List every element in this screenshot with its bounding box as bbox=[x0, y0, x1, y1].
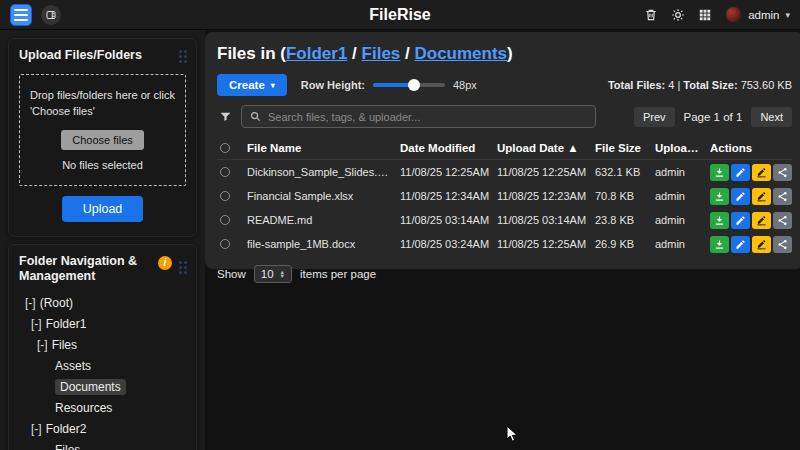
next-page-button[interactable]: Next bbox=[751, 107, 792, 127]
rename-button[interactable] bbox=[752, 188, 771, 205]
folder-card: Folder Navigation & Management i [-] (Ro… bbox=[8, 244, 197, 450]
column-date-modified[interactable]: Date Modified bbox=[400, 142, 497, 154]
breadcrumb-link-files[interactable]: Files bbox=[362, 44, 401, 63]
download-button[interactable] bbox=[710, 188, 729, 205]
upload-dropzone[interactable]: Drop files/folders here or click 'Choose… bbox=[19, 74, 186, 186]
tree-label[interactable]: Documents bbox=[55, 379, 126, 395]
download-icon bbox=[714, 191, 725, 202]
menu-button[interactable] bbox=[10, 4, 32, 26]
rename-button[interactable] bbox=[752, 164, 771, 181]
totals-divider: | bbox=[677, 79, 680, 91]
download-button[interactable] bbox=[710, 236, 729, 253]
folder-card-title: Folder Navigation & Management bbox=[19, 254, 149, 285]
drag-handle-icon[interactable] bbox=[179, 50, 182, 53]
user-menu[interactable]: admin ▾ bbox=[725, 6, 790, 23]
tree-label[interactable]: Assets bbox=[55, 359, 91, 373]
tree-item[interactable]: [-] Folder2 bbox=[19, 419, 186, 440]
tree-item[interactable]: [-] Folder1 bbox=[19, 314, 186, 335]
edit-button[interactable] bbox=[731, 236, 750, 253]
filter-icon[interactable] bbox=[219, 110, 232, 123]
pen-icon bbox=[756, 167, 767, 178]
uploader-cell: admin bbox=[655, 166, 710, 178]
upload-button[interactable]: Upload bbox=[62, 196, 144, 222]
tree-item[interactable]: [-] Files bbox=[19, 335, 186, 356]
table-row: README.md 11/08/25 03:14AM 11/08/25 03:1… bbox=[217, 208, 792, 232]
file-size-cell: 632.1 KB bbox=[595, 166, 655, 178]
file-size-cell: 70.8 KB bbox=[595, 190, 655, 202]
breadcrumb-link-documents[interactable]: Documents bbox=[414, 44, 507, 63]
tree-expander[interactable]: [-] bbox=[31, 317, 42, 331]
file-size-cell: 23.8 KB bbox=[595, 214, 655, 226]
row-height-slider[interactable] bbox=[373, 79, 445, 91]
share-button[interactable] bbox=[773, 236, 792, 253]
tree-item[interactable]: Files bbox=[19, 440, 186, 450]
download-button[interactable] bbox=[710, 212, 729, 229]
download-button[interactable] bbox=[710, 164, 729, 181]
total-size-label: Total Size: bbox=[683, 79, 737, 91]
breadcrumb-link-folder1[interactable]: Folder1 bbox=[286, 44, 347, 63]
tree-item[interactable]: Assets bbox=[19, 356, 186, 377]
search-input[interactable] bbox=[268, 111, 587, 123]
tree-item[interactable]: Documents bbox=[19, 377, 186, 398]
edit-button[interactable] bbox=[731, 212, 750, 229]
file-name-cell[interactable]: Dickinson_Sample_Slides.pptx bbox=[247, 166, 400, 178]
trash-icon[interactable] bbox=[644, 8, 658, 22]
pen-icon bbox=[756, 215, 767, 226]
upload-card-title: Upload Files/Folders bbox=[19, 48, 142, 64]
tree-label[interactable]: Folder1 bbox=[46, 317, 87, 331]
page-size-select[interactable]: 10 ▲▼ bbox=[254, 265, 292, 283]
tree-label[interactable]: Folder2 bbox=[46, 422, 87, 436]
file-name-cell[interactable]: README.md bbox=[247, 214, 400, 226]
search-icon bbox=[250, 111, 261, 122]
upload-date-cell: 11/08/25 12:23AM bbox=[497, 190, 595, 202]
prev-page-button[interactable]: Prev bbox=[634, 107, 675, 127]
share-button[interactable] bbox=[773, 188, 792, 205]
breadcrumb-separator: / bbox=[400, 44, 414, 63]
tree-item[interactable]: Resources bbox=[19, 398, 186, 419]
total-files-label: Total Files: bbox=[608, 79, 665, 91]
tree-expander[interactable]: [-] bbox=[25, 296, 36, 310]
rename-button[interactable] bbox=[752, 212, 771, 229]
download-icon bbox=[714, 239, 725, 250]
file-name-cell[interactable]: file-sample_1MB.docx bbox=[247, 238, 400, 250]
file-name-cell[interactable]: Financial Sample.xlsx bbox=[247, 190, 400, 202]
share-button[interactable] bbox=[773, 212, 792, 229]
slider-thumb[interactable] bbox=[408, 79, 420, 91]
column-file-name[interactable]: File Name bbox=[247, 142, 400, 154]
apps-grid-icon[interactable] bbox=[698, 8, 712, 22]
edit-button[interactable] bbox=[731, 188, 750, 205]
share-icon bbox=[777, 167, 788, 178]
folder-tree: [-] (Root) [-] Folder1 [-] Files Assets … bbox=[9, 289, 196, 450]
row-checkbox[interactable] bbox=[220, 215, 230, 225]
share-button[interactable] bbox=[773, 164, 792, 181]
row-checkbox[interactable] bbox=[220, 167, 230, 177]
row-height-label: Row Height: bbox=[301, 79, 365, 91]
tree-label[interactable]: Files bbox=[52, 338, 77, 352]
choose-files-button[interactable]: Choose files bbox=[61, 130, 144, 150]
create-button-label: Create bbox=[229, 79, 265, 91]
tree-label[interactable]: (Root) bbox=[40, 296, 73, 310]
total-files-value: 4 bbox=[668, 79, 674, 91]
row-actions bbox=[710, 164, 792, 181]
column-file-size[interactable]: File Size bbox=[595, 142, 655, 154]
drag-handle-icon[interactable] bbox=[179, 261, 182, 264]
row-checkbox[interactable] bbox=[220, 239, 230, 249]
info-icon[interactable]: i bbox=[158, 256, 172, 270]
tree-item[interactable]: [-] (Root) bbox=[19, 293, 186, 314]
rename-button[interactable] bbox=[752, 236, 771, 253]
tree-expander[interactable]: [-] bbox=[37, 338, 48, 352]
top-bar: FileRise admin ▾ bbox=[0, 0, 800, 30]
create-button[interactable]: Create ▾ bbox=[217, 74, 287, 96]
column-upload-date[interactable]: Upload Date ▲ bbox=[497, 142, 595, 154]
select-all-checkbox[interactable] bbox=[220, 143, 230, 153]
tree-label[interactable]: Resources bbox=[55, 401, 112, 415]
column-uploader[interactable]: Uploader bbox=[655, 142, 710, 154]
theme-sun-icon[interactable] bbox=[671, 8, 685, 22]
tree-expander[interactable]: [-] bbox=[31, 422, 42, 436]
row-checkbox[interactable] bbox=[220, 191, 230, 201]
tree-label[interactable]: Files bbox=[55, 443, 80, 450]
edit-button[interactable] bbox=[731, 164, 750, 181]
view-toggle-button[interactable] bbox=[41, 5, 61, 25]
items-per-page-label: items per page bbox=[300, 268, 376, 280]
breadcrumb-prefix: Files in ( bbox=[217, 44, 286, 63]
